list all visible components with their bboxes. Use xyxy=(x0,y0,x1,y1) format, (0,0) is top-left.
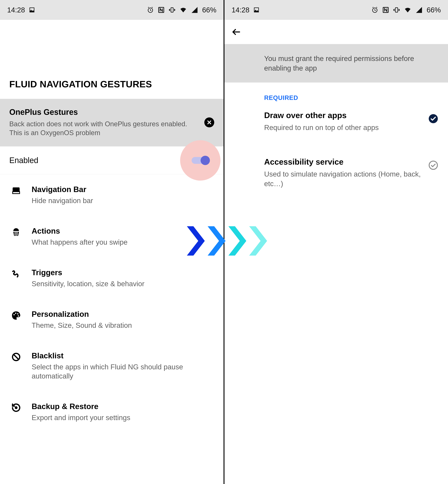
setting-text: Backup & Restore Export and import your … xyxy=(32,402,214,422)
check-filled-icon xyxy=(428,111,439,124)
status-battery: 66% xyxy=(427,6,441,14)
phone-left: 14:28 66% FLUID NAVIGATION GES xyxy=(0,0,224,484)
setting-actions[interactable]: Actions What happens after you swipe xyxy=(9,216,214,257)
vibrate-icon xyxy=(393,7,400,13)
svg-point-8 xyxy=(17,313,18,314)
setting-title: Navigation Bar xyxy=(32,185,214,194)
setting-desc: Export and import your settings xyxy=(32,413,214,422)
required-header: REQUIRED xyxy=(264,94,439,101)
svg-point-7 xyxy=(15,312,16,314)
appbar xyxy=(224,20,448,44)
setting-text: Navigation Bar Hide navigation bar xyxy=(32,185,214,205)
status-time: 14:28 xyxy=(7,6,25,14)
status-bar: 14:28 66% xyxy=(0,0,224,20)
svg-rect-2 xyxy=(171,8,173,12)
svg-rect-14 xyxy=(395,8,398,12)
wifi-icon xyxy=(179,6,187,14)
setting-text: Actions What happens after you swipe xyxy=(32,227,214,247)
check-outline-icon xyxy=(428,157,439,170)
setting-text: Personalization Theme, Size, Sound & vib… xyxy=(32,310,214,330)
setting-title: Triggers xyxy=(32,268,214,277)
alarm-icon xyxy=(147,7,154,13)
setting-backup[interactable]: Backup & Restore Export and import your … xyxy=(9,391,214,433)
setting-desc: Theme, Size, Sound & vibration xyxy=(32,321,214,330)
setting-title: Personalization xyxy=(32,310,214,319)
gallery-icon xyxy=(29,7,35,13)
back-button[interactable] xyxy=(231,27,241,37)
setting-navigation-bar[interactable]: Navigation Bar Hide navigation bar xyxy=(9,174,214,216)
setting-title: Actions xyxy=(32,227,214,236)
perm-text: Draw over other apps Required to run on … xyxy=(264,111,428,132)
restore-icon xyxy=(9,402,23,412)
setting-desc: Select the apps in which Fluid NG should… xyxy=(32,362,214,381)
status-right-group: 66% xyxy=(147,6,216,14)
phone-right: 14:28 66% Y xyxy=(224,0,448,484)
perm-draw-over[interactable]: Draw over other apps Required to run on … xyxy=(264,111,439,132)
status-time: 14:28 xyxy=(232,6,249,14)
status-left-group: 14:28 xyxy=(232,6,260,14)
switch-thumb xyxy=(200,156,210,165)
palette-icon xyxy=(9,310,23,320)
perm-accessibility[interactable]: Accessibility service Used to simulate n… xyxy=(264,157,439,189)
status-battery: 66% xyxy=(202,6,216,14)
setting-title: Backup & Restore xyxy=(32,402,214,411)
warning-title: OnePlus Gestures xyxy=(9,107,200,117)
setting-personalization[interactable]: Personalization Theme, Size, Sound & vib… xyxy=(9,299,214,341)
settings-list: Navigation Bar Hide navigation bar Actio… xyxy=(0,174,224,433)
svg-point-11 xyxy=(15,407,17,409)
perm-title: Draw over other apps xyxy=(264,111,422,120)
nfc-icon xyxy=(382,7,389,13)
wifi-icon xyxy=(404,6,411,14)
alarm-icon xyxy=(371,7,378,13)
status-right-group: 66% xyxy=(371,6,441,14)
svg-point-16 xyxy=(429,161,437,169)
enabled-row[interactable]: Enabled xyxy=(0,147,224,174)
setting-triggers[interactable]: Triggers Sensitivity, location, size & b… xyxy=(9,257,214,299)
close-banner-button[interactable] xyxy=(204,117,214,127)
gesture-icon xyxy=(9,268,23,279)
svg-point-9 xyxy=(18,315,19,316)
enabled-switch[interactable] xyxy=(192,157,209,164)
perm-title: Accessibility service xyxy=(264,157,422,166)
signal-icon xyxy=(191,6,198,14)
setting-desc: Hide navigation bar xyxy=(32,196,214,205)
nfc-icon xyxy=(158,7,165,13)
navbar-icon xyxy=(9,185,23,195)
svg-point-6 xyxy=(14,314,15,315)
setting-desc: What happens after you swipe xyxy=(32,238,214,247)
hero: FLUID NAVIGATION GESTURES xyxy=(0,20,224,99)
setting-title: Blacklist xyxy=(32,351,214,360)
setting-desc: Sensitivity, location, size & behavior xyxy=(32,279,214,288)
gallery-icon xyxy=(253,7,260,13)
toggle-ripple xyxy=(180,140,220,180)
perm-desc: Used to simulate navigation actions (Hom… xyxy=(264,169,422,189)
status-left-group: 14:28 xyxy=(7,6,35,14)
cupcake-icon xyxy=(9,227,23,237)
setting-blacklist[interactable]: Blacklist Select the apps in which Fluid… xyxy=(9,341,214,392)
permission-banner: You must grant the required permissions … xyxy=(224,44,448,82)
block-icon xyxy=(9,351,23,362)
warning-banner: OnePlus Gestures Back action does not wo… xyxy=(0,99,224,147)
setting-text: Blacklist Select the apps in which Fluid… xyxy=(32,351,214,381)
enabled-label: Enabled xyxy=(9,156,38,165)
page-title: FLUID NAVIGATION GESTURES xyxy=(9,79,214,90)
perm-desc: Required to run on top of other apps xyxy=(264,123,422,132)
vibrate-icon xyxy=(169,7,176,13)
setting-text: Triggers Sensitivity, location, size & b… xyxy=(32,268,214,288)
status-bar: 14:28 66% xyxy=(224,0,448,20)
warning-text: OnePlus Gestures Back action does not wo… xyxy=(9,107,204,137)
permissions-section: REQUIRED Draw over other apps Required t… xyxy=(224,82,448,213)
perm-text: Accessibility service Used to simulate n… xyxy=(264,157,428,189)
signal-icon xyxy=(416,6,423,14)
warning-desc: Back action does not work with OnePlus g… xyxy=(9,119,200,137)
